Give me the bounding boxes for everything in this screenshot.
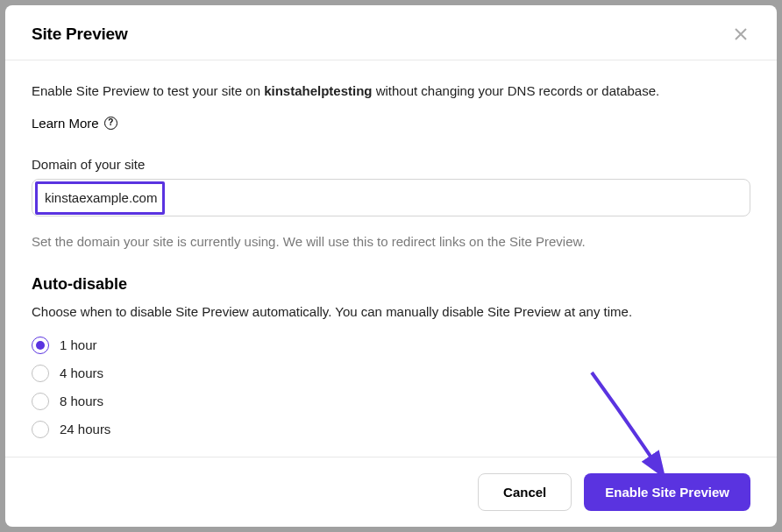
radio-icon	[32, 421, 49, 438]
help-icon[interactable]: ?	[104, 117, 117, 130]
modal-header: Site Preview	[5, 5, 777, 60]
enable-site-preview-button[interactable]: Enable Site Preview	[584, 473, 750, 511]
radio-icon	[32, 365, 49, 382]
radio-label: 1 hour	[60, 337, 97, 352]
auto-disable-radio-group: 1 hour 4 hours 8 hours 24 hours	[32, 337, 750, 438]
modal-body: Enable Site Preview to test your site on…	[5, 60, 777, 457]
learn-more-link[interactable]: Learn More	[32, 116, 99, 131]
cancel-button[interactable]: Cancel	[478, 473, 572, 511]
learn-more-row: Learn More ?	[32, 116, 750, 131]
radio-dot-icon	[36, 341, 45, 350]
radio-icon	[32, 393, 49, 410]
radio-1-hour[interactable]: 1 hour	[32, 337, 750, 354]
site-preview-modal: Site Preview Enable Site Preview to test…	[5, 5, 777, 527]
radio-icon	[32, 337, 49, 354]
close-icon	[735, 28, 747, 40]
radio-label: 8 hours	[60, 394, 103, 408]
radio-4-hours[interactable]: 4 hours	[32, 365, 750, 382]
radio-24-hours[interactable]: 24 hours	[32, 421, 750, 438]
radio-label: 4 hours	[60, 365, 103, 380]
radio-label: 24 hours	[60, 422, 110, 436]
modal-title: Site Preview	[32, 25, 128, 44]
intro-text: Enable Site Preview to test your site on…	[32, 82, 750, 102]
auto-disable-description: Choose when to disable Site Preview auto…	[32, 302, 750, 321]
auto-disable-heading: Auto-disable	[32, 275, 750, 294]
radio-8-hours[interactable]: 8 hours	[32, 393, 750, 410]
domain-helper: Set the domain your site is currently us…	[32, 232, 750, 251]
intro-prefix: Enable Site Preview to test your site on	[32, 83, 264, 98]
domain-input[interactable]	[32, 179, 750, 216]
modal-footer: Cancel Enable Site Preview	[5, 457, 777, 527]
domain-input-wrap	[32, 179, 750, 216]
intro-bold: kinstahelptesting	[264, 83, 372, 98]
intro-suffix: without changing your DNS records or dat…	[373, 83, 660, 98]
domain-label: Domain of your site	[32, 157, 750, 172]
close-button[interactable]	[731, 25, 750, 44]
